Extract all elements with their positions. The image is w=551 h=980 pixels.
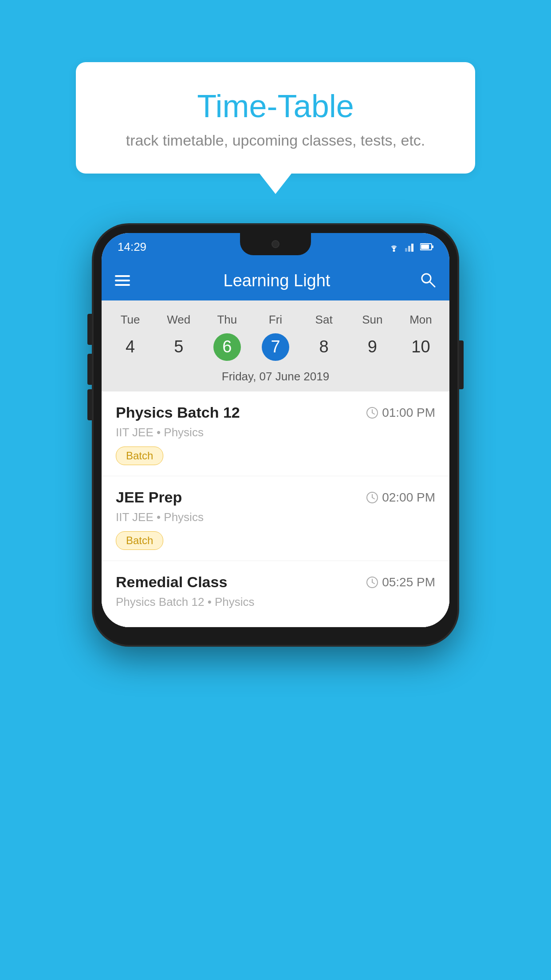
- tooltip-subtitle: track timetable, upcoming classes, tests…: [111, 132, 440, 149]
- day-header-tue: Tue: [106, 309, 154, 330]
- svg-rect-5: [421, 245, 429, 249]
- selected-date: Friday, 07 June 2019: [102, 365, 449, 391]
- day-header-sat: Sat: [300, 309, 348, 330]
- status-icons: [387, 242, 433, 252]
- svg-rect-2: [408, 246, 410, 252]
- clock-icon-1: [366, 407, 378, 419]
- search-icon[interactable]: [419, 271, 436, 290]
- hamburger-button[interactable]: [115, 275, 130, 286]
- svg-line-14: [372, 498, 374, 499]
- schedule-item-2-badge: Batch: [116, 531, 163, 550]
- schedule-item-1[interactable]: Physics Batch 12 01:00 PM: [102, 391, 449, 476]
- schedule-item-2-time: 02:00 PM: [366, 490, 435, 505]
- day-7-selected[interactable]: 7: [251, 334, 299, 360]
- day-9[interactable]: 9: [348, 334, 397, 360]
- wifi-icon: [387, 242, 401, 252]
- schedule-item-3-time-text: 05:25 PM: [382, 575, 435, 589]
- schedule-item-2-header: JEE Prep 02:00 PM: [116, 489, 435, 506]
- phone-shell: 14:29: [94, 225, 457, 645]
- svg-rect-6: [432, 245, 433, 248]
- tooltip-section: Time-Table track timetable, upcoming cla…: [76, 62, 475, 194]
- svg-line-17: [372, 582, 374, 584]
- day-headers: Tue Wed Thu Fri Sat Sun Mon: [102, 309, 449, 330]
- schedule-item-2-title: JEE Prep: [116, 489, 182, 506]
- schedule-item-1-header: Physics Batch 12 01:00 PM: [116, 404, 435, 421]
- schedule-item-3-meta: Physics Batch 12 • Physics: [116, 595, 435, 609]
- phone-mockup: 14:29: [94, 225, 457, 645]
- battery-icon: [420, 243, 433, 251]
- schedule-item-2-meta: IIT JEE • Physics: [116, 510, 435, 524]
- clock-icon-3: [366, 576, 378, 589]
- day-6-today[interactable]: 6: [203, 334, 251, 360]
- notch: [240, 233, 311, 255]
- day-10[interactable]: 10: [397, 334, 445, 360]
- day-8[interactable]: 8: [300, 334, 348, 360]
- day-header-mon: Mon: [397, 309, 445, 330]
- schedule-item-3[interactable]: Remedial Class 05:25 PM: [102, 561, 449, 627]
- svg-line-8: [429, 281, 435, 287]
- phone-screen: 14:29: [102, 233, 449, 627]
- day-5[interactable]: 5: [154, 334, 203, 360]
- tooltip-box: Time-Table track timetable, upcoming cla…: [76, 62, 475, 174]
- app-title: Learning Light: [143, 271, 410, 290]
- day-header-wed: Wed: [154, 309, 203, 330]
- schedule-item-1-badge: Batch: [116, 447, 163, 465]
- schedule-item-3-title: Remedial Class: [116, 573, 227, 591]
- day-header-fri: Fri: [251, 309, 299, 330]
- schedule-item-3-header: Remedial Class 05:25 PM: [116, 573, 435, 591]
- schedule-item-1-meta: IIT JEE • Physics: [116, 426, 435, 439]
- svg-rect-3: [411, 244, 413, 252]
- day-header-sun: Sun: [348, 309, 397, 330]
- status-time: 14:29: [118, 240, 146, 254]
- schedule-item-1-title: Physics Batch 12: [116, 404, 240, 421]
- day-header-thu: Thu: [203, 309, 251, 330]
- clock-icon-2: [366, 491, 378, 504]
- schedule-item-1-time-text: 01:00 PM: [382, 406, 435, 420]
- calendar-strip: Tue Wed Thu Fri Sat Sun Mon 4 5 6 7 8 9 …: [102, 300, 449, 391]
- svg-rect-1: [405, 248, 407, 252]
- svg-line-11: [372, 413, 374, 414]
- status-bar: 14:29: [102, 233, 449, 261]
- camera-dot: [272, 240, 279, 248]
- signal-icon: [405, 242, 416, 252]
- day-4[interactable]: 4: [106, 334, 154, 360]
- day-numbers: 4 5 6 7 8 9 10: [102, 330, 449, 365]
- schedule-item-2[interactable]: JEE Prep 02:00 PM: [102, 476, 449, 561]
- schedule-item-3-time: 05:25 PM: [366, 575, 435, 589]
- schedule-item-1-time: 01:00 PM: [366, 406, 435, 420]
- schedule-list: Physics Batch 12 01:00 PM: [102, 391, 449, 627]
- app-bar: Learning Light: [102, 261, 449, 300]
- tooltip-title: Time-Table: [111, 89, 440, 124]
- svg-point-0: [393, 250, 395, 252]
- schedule-item-2-time-text: 02:00 PM: [382, 490, 435, 505]
- tooltip-arrow: [260, 174, 291, 194]
